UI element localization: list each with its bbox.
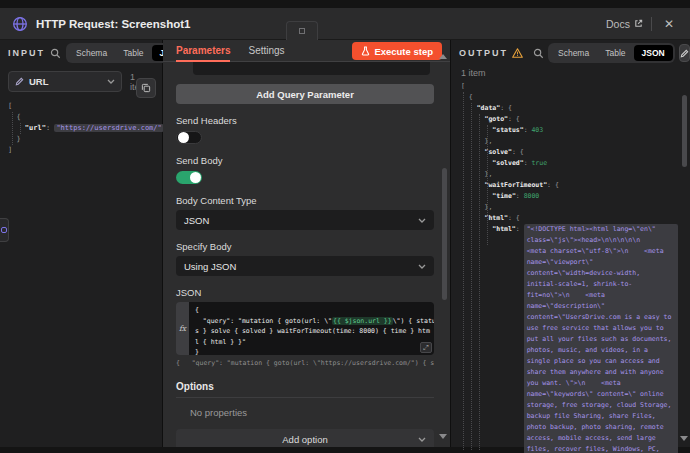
floating-panel-button[interactable] (0, 218, 9, 242)
json-field-label: JSON (176, 287, 434, 298)
chevron-down-icon (418, 218, 426, 223)
tab-output-json[interactable]: JSON (634, 45, 673, 61)
title-bar: HTTP Request: Screenshot1 Docs ✕ (0, 8, 690, 40)
expression-preview: { "query": "mutation { goto(url: \"https… (176, 359, 434, 367)
expand-editor-icon[interactable]: ⤢ (420, 342, 432, 353)
copy-button[interactable] (136, 78, 156, 98)
divider (176, 397, 434, 398)
send-body-toggle[interactable] (176, 171, 202, 184)
page-title: HTTP Request: Screenshot1 (36, 18, 190, 30)
send-headers-toggle[interactable] (176, 131, 202, 144)
parameters-scroll-area[interactable]: Add Query Parameter Send Headers Send Bo… (163, 62, 450, 447)
globe-icon (12, 16, 28, 32)
close-icon[interactable]: ✕ (660, 17, 678, 31)
search-icon[interactable] (50, 48, 61, 59)
parameters-panel: Parameters Settings Execute step Add Que… (163, 40, 450, 447)
specify-body-select[interactable]: Using JSON (176, 256, 434, 276)
query-parameter-value-field[interactable] (193, 62, 430, 75)
scroll-down-arrow[interactable] (680, 436, 688, 441)
search-icon[interactable] (533, 48, 544, 59)
output-view-tabs: Schema Table JSON (548, 43, 675, 63)
docs-link[interactable]: Docs (606, 18, 643, 30)
options-label: Options (176, 381, 434, 392)
no-properties-text: No properties (190, 407, 434, 418)
send-body-label: Send Body (176, 155, 434, 166)
output-html-value[interactable]: "html": "<!DOCTYPE html><html lang=\"en\… (461, 224, 686, 453)
input-panel-title: INPUT (8, 48, 45, 58)
output-json-view: [ { "data": { "goto": { "status": 403 },… (451, 78, 690, 453)
external-link-icon (634, 19, 643, 28)
tab-input-schema[interactable]: Schema (68, 45, 115, 61)
scroll-down-arrow[interactable] (439, 434, 447, 439)
drag-handle-icon (299, 28, 305, 34)
output-panel-title: OUTPUT (459, 48, 508, 58)
copy-icon (141, 83, 151, 93)
specify-body-label: Specify Body (176, 241, 434, 252)
input-node-name: URL (29, 76, 49, 87)
warning-icon (512, 48, 523, 58)
tab-settings[interactable]: Settings (248, 45, 284, 61)
body-content-type-select[interactable]: JSON (176, 210, 434, 230)
panel-drag-handle[interactable] (286, 21, 318, 40)
add-option-select[interactable]: Add option (176, 429, 434, 447)
chevron-down-icon (418, 437, 426, 442)
params-scrollbar[interactable] (442, 168, 447, 300)
fx-badge: fx (179, 324, 186, 333)
output-items-count: 1 item (451, 66, 690, 78)
input-node-select[interactable]: URL (8, 71, 122, 92)
scroll-up-arrow[interactable] (439, 54, 447, 59)
body-content-type-label: Body Content Type (176, 195, 434, 206)
execute-step-button[interactable]: Execute step (352, 42, 442, 60)
output-scrollbar[interactable] (682, 95, 687, 167)
input-json-view: [ { "url": "https://usersdrive.com/" }] (0, 96, 162, 161)
output-panel: OUTPUT Schema Table JSON (450, 40, 690, 447)
pencil-icon (15, 77, 24, 86)
input-panel: INPUT Schema Table JSON URL (0, 40, 163, 447)
tab-output-table[interactable]: Table (597, 45, 633, 61)
edit-output-button[interactable] (679, 44, 690, 62)
chevron-down-icon (418, 264, 426, 269)
floating-panel-icon (1, 227, 7, 233)
json-body-editor[interactable]: fx { "query": "mutation { goto(url: \"{{… (176, 302, 434, 355)
divider (651, 17, 652, 31)
flask-icon (361, 46, 370, 56)
chevron-down-icon (107, 79, 115, 84)
pencil-icon (680, 49, 689, 58)
add-query-parameter-button[interactable]: Add Query Parameter (176, 84, 434, 104)
expression-gutter: fx (176, 302, 189, 355)
send-headers-label: Send Headers (176, 115, 434, 126)
tab-output-schema[interactable]: Schema (550, 45, 597, 61)
tab-parameters[interactable]: Parameters (176, 45, 230, 61)
tab-input-table[interactable]: Table (115, 45, 151, 61)
